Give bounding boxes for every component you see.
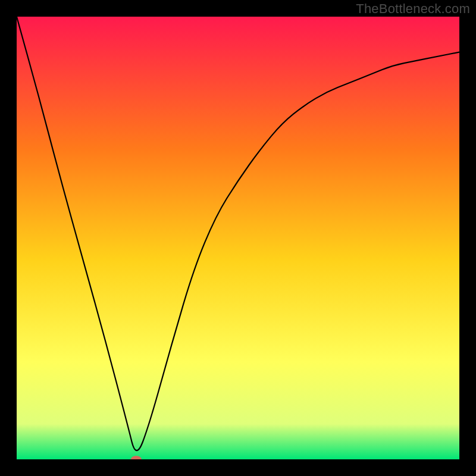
watermark-text: TheBottleneck.com — [356, 1, 470, 17]
chart-frame: TheBottleneck.com — [0, 0, 476, 476]
plot-area — [17, 17, 459, 459]
gradient-background — [17, 17, 459, 459]
chart-svg — [17, 17, 459, 459]
